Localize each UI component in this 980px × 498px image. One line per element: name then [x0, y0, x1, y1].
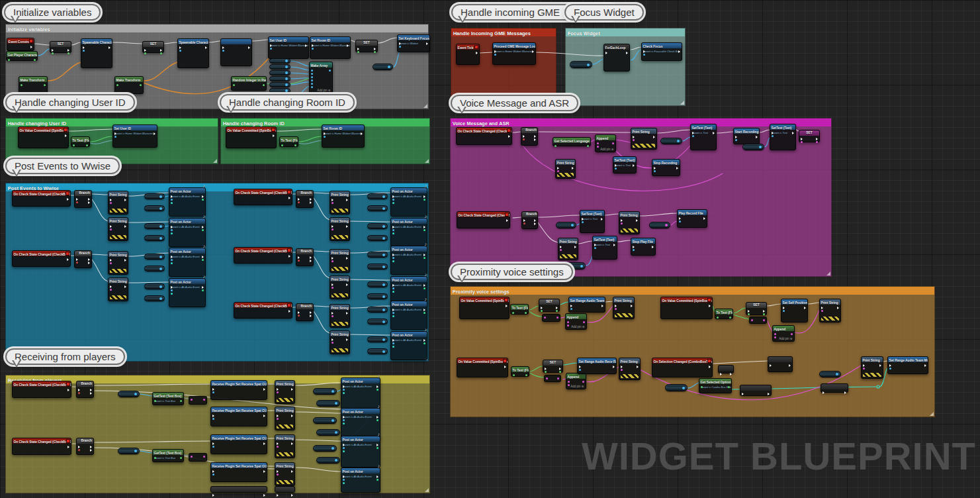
input-pin[interactable]: [774, 333, 776, 335]
variable-pill-node[interactable]: [367, 319, 388, 324]
blueprint-node-branch[interactable]: Branch: [296, 303, 314, 321]
output-pin[interactable]: [844, 391, 846, 394]
input-pin[interactable]: [171, 226, 173, 228]
output-pin[interactable]: [305, 44, 307, 47]
output-pin[interactable]: [374, 51, 376, 53]
input-pin[interactable]: [643, 54, 645, 56]
blueprint-node-print-string[interactable]: Print String: [555, 159, 576, 179]
input-pin[interactable]: [392, 260, 394, 262]
input-pin[interactable]: [110, 199, 112, 201]
variable-pin[interactable]: [159, 195, 162, 198]
input-pin[interactable]: [332, 228, 334, 230]
blueprint-node-event-construct[interactable]: Event Construct: [7, 38, 34, 51]
output-pin[interactable]: [423, 226, 425, 228]
blueprint-node-set[interactable]: SET: [355, 40, 378, 52]
blueprint-node-post-on-actor[interactable]: Post on ActorTarget is Ak Audio Event: [390, 301, 427, 330]
input-pin[interactable]: [821, 310, 823, 312]
blueprint-node-on-check-state-changed-checkboxsend-[interactable]: On Check State Changed (CheckBoxSend): [234, 247, 292, 264]
input-pin[interactable]: [633, 249, 635, 251]
output-pin[interactable]: [67, 49, 69, 52]
blueprint-node-random-integer-in-range[interactable]: Random Integer in Range: [231, 76, 267, 91]
input-pin[interactable]: [312, 48, 314, 50]
input-pin[interactable]: [343, 450, 345, 452]
variable-pill-node[interactable]: [316, 429, 340, 436]
variable-pill-node[interactable]: [144, 266, 165, 272]
output-pin[interactable]: [534, 135, 536, 138]
input-pin[interactable]: [633, 139, 635, 141]
blueprint-node-on-check-state-changed-checkboxrecord-[interactable]: On Check State Changed (CheckBoxRecord): [456, 127, 512, 145]
output-pin[interactable]: [804, 307, 806, 309]
input-pin[interactable]: [144, 52, 146, 54]
variable-pill-node[interactable]: [367, 336, 388, 342]
output-pin[interactable]: [291, 470, 293, 473]
output-pin[interactable]: [476, 52, 478, 54]
input-pin[interactable]: [717, 317, 719, 319]
input-pin[interactable]: [110, 202, 112, 204]
blueprint-node[interactable]: [768, 356, 793, 372]
output-pin[interactable]: [583, 321, 585, 323]
blueprint-node-on-value-committed-spinboxrecvrange-[interactable]: On Value Committed (SpinBoxRecvRange): [457, 358, 508, 377]
output-pin[interactable]: [601, 305, 603, 307]
variable-pin[interactable]: [159, 285, 162, 288]
variable-pill-node[interactable]: [367, 293, 388, 299]
input-pin[interactable]: [392, 229, 394, 231]
input-pin[interactable]: [343, 392, 345, 394]
blueprint-node-make-array[interactable]: Make ArrayAdd pin ⊕: [309, 62, 333, 93]
blueprint-node[interactable]: [542, 314, 560, 322]
blueprint-node-get-player-character[interactable]: Get Player Character: [6, 51, 38, 61]
blueprint-node-set-range-audio-recv-range[interactable]: Set Range Audio Recv Range: [577, 358, 617, 374]
output-pin[interactable]: [423, 309, 425, 311]
input-pin[interactable]: [83, 50, 85, 52]
blueprint-node[interactable]: [821, 383, 848, 393]
input-pin[interactable]: [52, 52, 54, 54]
output-pin[interactable]: [109, 46, 111, 49]
output-pin[interactable]: [273, 134, 275, 137]
blueprint-node-append[interactable]: AppendAdd pin ⊕: [595, 134, 616, 152]
output-pin[interactable]: [90, 449, 92, 452]
blueprint-node-on-value-committed-spinboxteamid-[interactable]: On Value Committed (SpinBoxTeamID): [459, 297, 510, 319]
output-pin[interactable]: [709, 366, 711, 368]
output-pin[interactable]: [377, 479, 379, 481]
variable-pill-node[interactable]: [269, 82, 290, 87]
input-pin[interactable]: [212, 415, 214, 417]
input-pin[interactable]: [277, 388, 279, 391]
input-pin[interactable]: [311, 86, 313, 88]
variable-pill-node[interactable]: [144, 235, 165, 241]
input-pin[interactable]: [772, 132, 774, 134]
input-pin[interactable]: [545, 371, 547, 373]
input-pin[interactable]: [783, 307, 785, 309]
blueprint-node-set-range-audio-team-mode[interactable]: Set Range Audio Team Mode: [887, 356, 928, 374]
input-pin[interactable]: [541, 307, 543, 309]
input-pin[interactable]: [78, 389, 80, 391]
blueprint-node-set-self-position[interactable]: Set Self Position: [781, 299, 808, 323]
output-pin[interactable]: [202, 229, 204, 231]
blueprint-node-spawnable-character[interactable]: Spawnable Character: [81, 38, 112, 68]
output-pin[interactable]: [374, 48, 376, 50]
input-pin[interactable]: [643, 50, 645, 53]
output-pin[interactable]: [90, 446, 92, 448]
variable-pill-node[interactable]: [665, 384, 688, 391]
variable-pin[interactable]: [159, 297, 162, 300]
variable-pill-node[interactable]: [118, 448, 140, 454]
comment-label-bubble-focus-widget[interactable]: Focus Widget: [564, 4, 644, 21]
output-pin[interactable]: [559, 368, 561, 370]
output-pin[interactable]: [556, 307, 558, 309]
output-pin[interactable]: [124, 285, 126, 288]
variable-pill-node[interactable]: [313, 417, 337, 424]
blueprint-node-stop-recording[interactable]: Stop Recording: [652, 159, 680, 176]
blueprint-node-set-room-id[interactable]: Set Room IDTarget is Home Widget Bluepri…: [322, 124, 365, 148]
variable-pin[interactable]: [382, 254, 385, 256]
input-pin[interactable]: [110, 228, 112, 230]
variable-pin[interactable]: [382, 295, 385, 298]
output-pin[interactable]: [310, 315, 312, 317]
input-pin[interactable]: [110, 285, 112, 288]
output-pin[interactable]: [263, 494, 265, 497]
input-pin[interactable]: [110, 289, 112, 291]
output-pin[interactable]: [65, 134, 67, 137]
blueprint-node-check-focus[interactable]: Check FocusTarget is Focusable Check Box: [641, 42, 682, 61]
output-pin[interactable]: [329, 70, 331, 72]
output-pin[interactable]: [263, 470, 265, 473]
blueprint-node-set-range-audio-team-id[interactable]: Set Range Audio Team ID: [568, 297, 605, 313]
variable-pin[interactable]: [285, 77, 288, 80]
blueprint-node-to-text-float-[interactable]: To Text (Float): [279, 136, 298, 147]
